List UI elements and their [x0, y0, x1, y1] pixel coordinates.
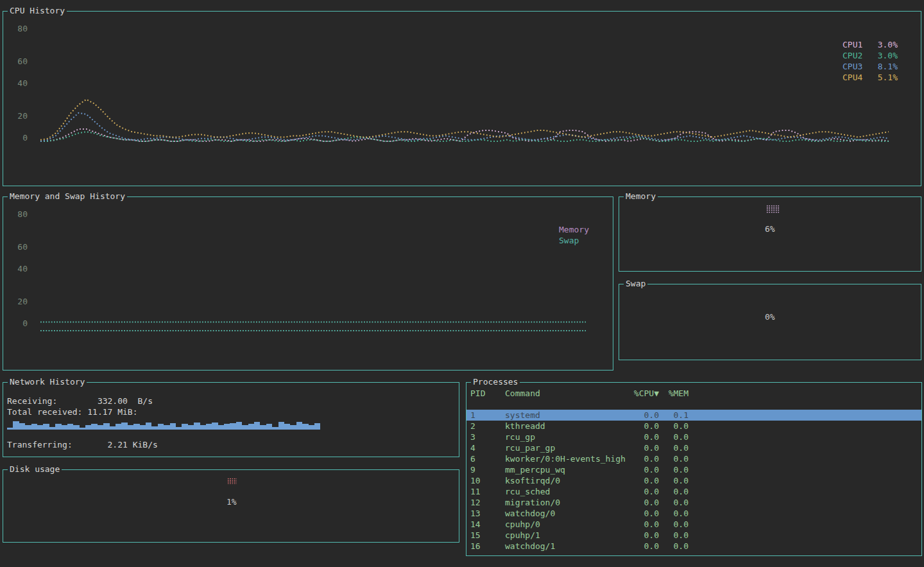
process-pid-cell: 11 [470, 486, 505, 497]
column-header-cpu[interactable]: %CPU▼ [633, 388, 659, 399]
network-bar [272, 427, 278, 430]
network-bar [218, 425, 224, 430]
process-row[interactable]: 13watchdog/00.00.0 [466, 508, 921, 519]
swap-gauge-title: Swap [624, 279, 647, 288]
y-axis-tick: 40 [11, 265, 28, 274]
network-bar [43, 424, 49, 430]
process-mem-cell: 0.0 [659, 442, 689, 453]
network-bar [67, 424, 73, 430]
process-mem-cell: 0.0 [659, 508, 689, 519]
column-header-mem[interactable]: %MEM [659, 388, 689, 399]
legend-label: CPU3 [843, 61, 862, 72]
process-row[interactable]: 6kworker/0:0H-events_high0.00.0 [466, 453, 921, 464]
process-row[interactable]: 16watchdog/10.00.0 [466, 541, 921, 552]
legend-cpu3: CPU38.1% [843, 61, 898, 72]
legend-value: 3.0% [878, 50, 898, 61]
process-pid-cell: 4 [470, 442, 505, 453]
column-header-command[interactable]: Command [505, 388, 633, 399]
y-axis-tick: 20 [11, 297, 28, 306]
network-bar [200, 425, 206, 430]
process-mem-cell: 0.0 [659, 486, 689, 497]
y-axis-tick: 0 [11, 134, 28, 143]
memory-usage-sparkline [766, 205, 780, 213]
process-cpu-cell: 0.0 [633, 497, 659, 508]
legend-label: CPU1 [843, 39, 862, 50]
network-bar [230, 423, 235, 430]
network-bar [164, 425, 169, 430]
network-bar [212, 423, 218, 430]
legend-cpu1: CPU13.0% [843, 39, 898, 50]
network-bar [290, 425, 296, 430]
column-header-pid[interactable]: PID [470, 388, 505, 399]
processes-title: Processes [471, 378, 520, 387]
network-bar [248, 424, 254, 430]
legend-value: 8.1% [878, 61, 898, 72]
process-command-cell: cpuhp/0 [505, 519, 633, 530]
process-pid-cell: 1 [470, 410, 505, 421]
network-bar [62, 425, 67, 430]
process-cpu-cell: 0.0 [633, 442, 659, 453]
network-receiving-text: Receiving: 332.00 B/s [7, 396, 153, 406]
process-cpu-cell: 0.0 [633, 508, 659, 519]
memory-gauge-title: Memory [624, 192, 658, 201]
y-axis-tick: 80 [11, 24, 28, 33]
network-bar [73, 425, 79, 430]
network-bar [254, 422, 260, 430]
process-pid-cell: 9 [470, 464, 505, 475]
process-command-cell: systemd [505, 410, 633, 421]
network-bar [242, 425, 248, 430]
network-bar [31, 424, 37, 430]
process-mem-cell: 0.0 [659, 519, 689, 530]
process-mem-cell: 0.0 [659, 497, 689, 508]
legend-value: 3.0% [878, 39, 898, 50]
processes-panel: Processes PIDCommand%CPU▼%MEM 1systemd0.… [466, 382, 922, 556]
disk-usage-panel: Disk usage 1% [3, 469, 459, 543]
process-row[interactable]: 3rcu_gp0.00.0 [466, 432, 921, 442]
process-pid-cell: 2 [470, 421, 505, 432]
network-bar [266, 424, 272, 430]
process-mem-cell: 0.0 [659, 464, 689, 475]
process-row[interactable]: 10ksoftirqd/00.00.0 [466, 475, 921, 486]
process-row[interactable]: 15cpuhp/10.00.0 [466, 530, 921, 541]
disk-usage-value: 1% [227, 497, 237, 507]
network-bar [224, 424, 230, 430]
network-bar [13, 421, 19, 430]
process-pid-cell: 16 [470, 541, 505, 552]
process-cpu-cell: 0.0 [633, 519, 659, 530]
legend-label: CPU2 [843, 50, 862, 61]
process-command-cell: mm_percpu_wq [505, 464, 633, 475]
process-pid-cell: 12 [470, 497, 505, 508]
process-row[interactable]: 12migration/00.00.0 [466, 497, 921, 508]
process-command-cell: kthreadd [505, 421, 633, 432]
process-pid-cell: 13 [470, 508, 505, 519]
network-bar [182, 424, 187, 430]
process-row[interactable]: 11rcu_sched0.00.0 [466, 486, 921, 497]
network-bar [176, 427, 182, 430]
process-row[interactable]: 1systemd0.00.1 [466, 410, 921, 421]
process-command-cell: watchdog/1 [505, 541, 633, 552]
cpu-legend: CPU13.0%CPU23.0%CPU38.1%CPU45.1% [843, 39, 898, 83]
process-mem-cell: 0.0 [659, 530, 689, 541]
process-row[interactable]: 9mm_percpu_wq0.00.0 [466, 464, 921, 475]
process-row[interactable]: 14cpuhp/00.00.0 [466, 519, 921, 530]
network-history-panel: Network History Receiving: 332.00 B/s To… [3, 382, 459, 457]
process-mem-cell: 0.0 [659, 432, 689, 442]
network-history-title: Network History [8, 378, 87, 387]
process-mem-cell: 0.0 [659, 475, 689, 486]
process-mem-cell: 0.0 [659, 541, 689, 552]
network-bar [128, 425, 133, 430]
network-bar [110, 426, 116, 430]
legend-value: 5.1% [878, 72, 898, 83]
process-row[interactable]: 2kthreadd0.00.0 [466, 421, 921, 432]
process-cpu-cell: 0.0 [633, 410, 659, 421]
process-command-cell: cpuhp/1 [505, 530, 633, 541]
memory-usage-value: 6% [765, 224, 775, 234]
disk-usage-sparkline [227, 478, 237, 485]
process-command-cell: watchdog/0 [505, 508, 633, 519]
network-bar [121, 423, 127, 430]
process-mem-cell: 0.1 [659, 410, 689, 421]
process-row[interactable]: 4rcu_par_gp0.00.0 [466, 442, 921, 453]
memory-swap-chart [38, 197, 588, 370]
process-command-cell: ksoftirqd/0 [505, 475, 633, 486]
network-bar [19, 423, 25, 430]
